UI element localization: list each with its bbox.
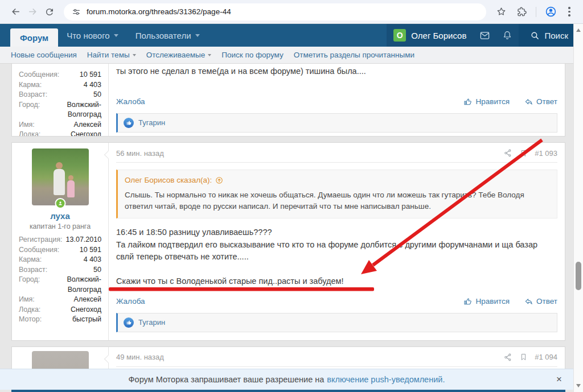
report-link[interactable]: Жалоба (116, 297, 145, 306)
page-scrollbar[interactable] (573, 24, 583, 392)
alerts-button[interactable] (496, 24, 519, 47)
post-body-line: Та лайком подтвердил его высказывание чт… (116, 239, 557, 251)
user-stat-row: Лодка: Снегоход (19, 305, 101, 315)
user-info-cell: луха капитан 1-го ранга Регистрация: 13.… (12, 143, 109, 340)
tab-forum[interactable]: Форум (10, 28, 58, 47)
chevron-down-icon (195, 34, 200, 37)
reaction-user-link[interactable]: Тугарин (138, 318, 165, 327)
report-link[interactable]: Жалоба (116, 97, 145, 106)
user-stats: Регистрация: 13.07.2010 Сообщения: 10 59… (19, 235, 101, 325)
post-body-line: Скажи что ты с Володенькой старые пид..р… (116, 275, 557, 288)
post-timestamp-link[interactable]: 56 мин. назад (116, 149, 164, 158)
reaction-user-link[interactable]: Тугарин (138, 118, 165, 127)
post-body: 16:45 и 18:50 разницу улавливаешь????Та … (116, 226, 557, 288)
go-to-quoted-post-icon (215, 176, 223, 184)
like-link[interactable]: Нравится (463, 97, 510, 106)
post-body-line (116, 263, 557, 276)
post-number-link[interactable]: #1 093 (535, 149, 557, 158)
bookmark-icon[interactable] (519, 353, 528, 361)
user-avatar[interactable] (32, 148, 89, 205)
user-stat-row: Сообщения: 10 591 (19, 70, 101, 80)
enable-push-link[interactable]: включение push-уведомлений. (327, 375, 445, 384)
refresh-icon[interactable] (41, 3, 58, 20)
subnav-new-messages[interactable]: Новые сообщения (6, 51, 82, 59)
user-stat-row: Сообщения: 10 591 (19, 245, 101, 255)
scrollbar-thumb[interactable] (576, 262, 581, 290)
quote-block: Олег Борисов сказал(а): Слышь. Ты нормал… (116, 170, 557, 218)
user-avatar-chip: О (393, 29, 406, 42)
subnav-find-threads[interactable]: Найти темы (82, 51, 141, 59)
like-reaction-icon (124, 118, 134, 128)
extensions-icon[interactable] (513, 3, 530, 20)
reply-link[interactable]: Ответ (524, 297, 557, 306)
inbox-button[interactable] (473, 24, 496, 47)
bookmark-star-icon[interactable] (492, 3, 510, 20)
post-body: ты этого не сделал в теме(да и на всем ф… (116, 65, 557, 78)
post-1092-partial: Сообщения: 10 591 Карма: 4 403 Возраст: … (11, 64, 565, 137)
reply-arrow-icon (524, 297, 533, 306)
user-stats: Сообщения: 10 591 Карма: 4 403 Возраст: … (19, 70, 101, 137)
user-stat-row: Имя: Алексей (19, 295, 101, 305)
author-rank: капитан 1-го ранга (19, 222, 101, 230)
reply-arrow-icon (524, 97, 533, 106)
scroll-down-icon[interactable] (576, 384, 581, 387)
post-timestamp-link[interactable]: 49 мин. назад (116, 353, 164, 361)
bookmark-icon[interactable] (519, 149, 528, 158)
post-actions: Жалоба Нравится Ответ (116, 297, 557, 306)
subnav: Новые сообщения Найти темы Отслеживаемые… (0, 47, 583, 64)
push-permission-text: Форум Моторка запрашивает ваше разрешени… (129, 375, 325, 384)
user-stat-row: Карма: 4 403 (19, 80, 101, 90)
subnav-mark-read[interactable]: Отметить разделы прочитанными (289, 51, 420, 59)
like-reaction-icon (124, 317, 134, 328)
bell-icon (502, 30, 512, 40)
chevron-down-icon (208, 54, 211, 56)
close-icon[interactable]: × (556, 374, 562, 385)
quote-text: Слышь. Ты нормально то никак не хочешь о… (125, 189, 550, 212)
subnav-search-forum[interactable]: Поиск по форуму (216, 51, 288, 59)
user-stat-row: Регистрация: 13.07.2010 (19, 235, 101, 245)
user-stat-row: Город: Волжский-Волгоград (19, 100, 101, 120)
avatar-photo (32, 148, 89, 205)
envelope-icon (479, 30, 490, 41)
tab-whats-new[interactable]: Что нового (58, 24, 126, 47)
subnav-watched[interactable]: Отслеживаемые (141, 51, 217, 59)
forum-navbar: Форум Что нового Пользователи О Олег Бор… (0, 24, 583, 47)
post-number-link[interactable]: #1 094 (535, 353, 557, 361)
tab-members[interactable]: Пользователи (127, 24, 208, 47)
profile-icon[interactable] (542, 3, 559, 20)
reactions-bar: Тугарин (116, 113, 557, 133)
user-name: Олег Борисов (411, 31, 466, 40)
post-content-cell: 56 мин. назад #1 093 Олег Борисов сказал… (109, 143, 565, 340)
back-icon[interactable] (7, 3, 24, 20)
site-settings-icon (72, 7, 81, 16)
online-status-icon (55, 198, 65, 209)
post-body-line: 16:45 и 18:50 разницу улавливаешь???? (116, 226, 557, 239)
like-link[interactable]: Нравится (463, 297, 510, 306)
chevron-down-icon (114, 34, 118, 37)
chevron-down-icon (133, 54, 136, 56)
scroll-up-icon[interactable] (576, 28, 581, 32)
forum-footer-edge (11, 390, 565, 392)
forward-icon[interactable] (24, 3, 41, 20)
push-permission-banner: Форум Моторка запрашивает ваше разрешени… (0, 369, 573, 390)
user-info-cell: Сообщения: 10 591 Карма: 4 403 Возраст: … (12, 64, 109, 136)
reactions-bar: Тугарин (116, 313, 557, 332)
account-menu[interactable]: О Олег Борисов (387, 24, 473, 47)
post-1093: луха капитан 1-го ранга Регистрация: 13.… (11, 142, 565, 341)
share-icon[interactable] (503, 148, 512, 158)
quote-attribution[interactable]: Олег Борисов сказал(а): (125, 176, 550, 184)
author-username[interactable]: луха (19, 211, 101, 221)
user-stat-row: Возраст: 50 (19, 90, 101, 100)
url-text: forum.motorka.org/threads/31362/page-44 (87, 7, 231, 16)
user-stat-row: Возраст: 50 (19, 265, 101, 275)
address-bar[interactable]: forum.motorka.org/threads/31362/page-44 (64, 3, 486, 20)
toolbar-divider (536, 7, 536, 17)
user-stat-row: Карма: 4 403 (19, 255, 101, 265)
reply-link[interactable]: Ответ (524, 97, 557, 106)
share-icon[interactable] (503, 353, 512, 362)
browser-toolbar: forum.motorka.org/threads/31362/page-44 (0, 0, 583, 24)
thumb-up-icon (463, 97, 473, 106)
post-header: 49 мин. назад #1 094 (116, 347, 557, 367)
post-header: 56 мин. назад #1 093 (116, 143, 557, 163)
browser-menu-icon[interactable] (563, 3, 576, 20)
